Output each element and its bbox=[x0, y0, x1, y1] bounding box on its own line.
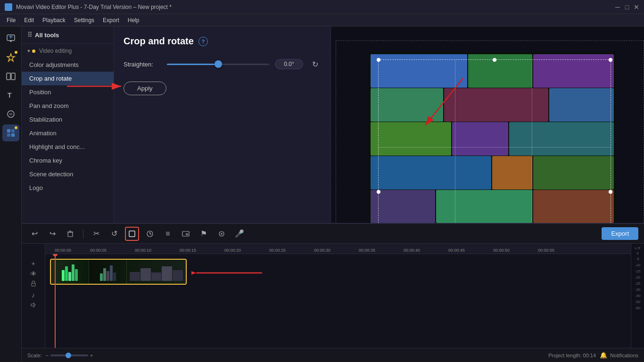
level-10: -10 bbox=[635, 263, 641, 267]
svg-rect-27 bbox=[32, 283, 35, 286]
thumb-bars-2 bbox=[100, 263, 116, 280]
stabilization-item[interactable]: Stabilization bbox=[22, 113, 114, 126]
svg-rect-16 bbox=[68, 232, 73, 237]
align-button[interactable]: ≡ bbox=[161, 227, 175, 241]
maximize-button[interactable]: □ bbox=[624, 4, 630, 10]
menu-edit[interactable]: Edit bbox=[20, 16, 38, 25]
svg-rect-8 bbox=[7, 129, 10, 132]
clip-thumb-2 bbox=[89, 260, 126, 284]
highlight-item[interactable]: Highlight and conc... bbox=[22, 140, 114, 154]
notifications-bell-icon: 🔔 bbox=[600, 352, 607, 359]
undo-button[interactable]: ↩ bbox=[27, 227, 41, 241]
video-editing-header: Video editing bbox=[22, 44, 114, 58]
tools-header-label: All tools bbox=[35, 32, 59, 39]
close-button[interactable]: ✕ bbox=[634, 4, 639, 10]
scale-slider[interactable] bbox=[50, 354, 88, 356]
crop-grid-h1 bbox=[379, 147, 611, 148]
minimize-button[interactable]: ─ bbox=[615, 4, 620, 10]
straighten-row: Straighten: 0.0° ↻ bbox=[124, 58, 321, 70]
track-controls: + 👁 ♪ bbox=[22, 244, 45, 348]
zoom-plus-icon[interactable]: + bbox=[90, 353, 93, 358]
svg-rect-4 bbox=[7, 73, 10, 80]
title-bar: Movavi Video Editor Plus - 7-Day Trial V… bbox=[0, 0, 644, 14]
scale-slider-thumb[interactable] bbox=[66, 353, 71, 358]
video-track bbox=[50, 259, 187, 285]
scene-detection-item[interactable]: Scene detection bbox=[22, 167, 114, 181]
add-track-button[interactable]: + bbox=[31, 260, 35, 267]
handle-tr[interactable] bbox=[609, 58, 612, 62]
ruler-45: 00:00:45 bbox=[448, 248, 465, 254]
rotate-reset-button[interactable]: ↻ bbox=[309, 58, 321, 70]
menu-export[interactable]: Export bbox=[99, 16, 123, 25]
zoom-minus-icon[interactable]: − bbox=[46, 353, 49, 358]
tools-header: All tools bbox=[22, 26, 114, 44]
record-button[interactable] bbox=[215, 227, 229, 241]
notifications-label: Notifications bbox=[610, 353, 638, 358]
volume-meter: L R 0 -5 -10 -15 -20 -25 -30 -40 -50 -60 bbox=[631, 244, 644, 348]
timeline-toolbar: ↩ ↪ ✂ ↺ ≡ ⚑ 🎤 Export bbox=[22, 224, 644, 244]
reset-button[interactable]: ↺ bbox=[107, 227, 121, 241]
track-lock-button[interactable] bbox=[30, 280, 37, 288]
ruler-55: 00:00:55 bbox=[538, 248, 554, 254]
crop-tool-button[interactable] bbox=[125, 227, 139, 241]
svg-rect-11 bbox=[11, 133, 15, 137]
icon-sidebar: T bbox=[0, 26, 22, 362]
ruler-marks: 00:00:00 00:00:05 00:00:10 00:00:15 00:0… bbox=[45, 244, 631, 254]
help-icon[interactable]: ? bbox=[198, 37, 208, 46]
track-eye-button[interactable]: 👁 bbox=[30, 270, 37, 278]
ruler-5: 00:00:05 bbox=[90, 248, 107, 254]
transitions-button[interactable] bbox=[2, 68, 19, 85]
clip-red-arrow bbox=[191, 268, 267, 278]
straighten-label: Straighten: bbox=[124, 61, 161, 68]
apply-button[interactable]: Apply bbox=[124, 82, 166, 95]
color-adjustments-item[interactable]: Color adjustments bbox=[22, 58, 114, 72]
handle-tm[interactable] bbox=[493, 58, 496, 62]
handle-mr[interactable] bbox=[609, 190, 612, 194]
clip-thumb-3 bbox=[126, 260, 186, 284]
speed-button[interactable] bbox=[143, 227, 157, 241]
svg-rect-19 bbox=[129, 231, 135, 237]
menu-file[interactable]: File bbox=[3, 16, 19, 25]
window-controls: ─ □ ✕ bbox=[615, 4, 639, 10]
level-5: -5 bbox=[636, 257, 639, 261]
handle-tl[interactable] bbox=[377, 58, 380, 62]
effects-button[interactable] bbox=[2, 124, 19, 141]
video-clip[interactable] bbox=[50, 259, 187, 285]
titles-button[interactable]: T bbox=[2, 87, 19, 104]
ruler-30: 00:00:30 bbox=[314, 248, 330, 254]
pip-button[interactable] bbox=[179, 227, 193, 241]
delete-button[interactable] bbox=[63, 227, 77, 241]
export-button[interactable]: Export bbox=[602, 227, 638, 240]
menu-playback[interactable]: Playback bbox=[39, 16, 69, 25]
clip-thumb-1 bbox=[51, 260, 89, 284]
menu-help[interactable]: Help bbox=[124, 16, 143, 25]
filters-button[interactable] bbox=[2, 106, 19, 123]
level-lr: L R bbox=[635, 246, 640, 250]
menu-bar: File Edit Playback Settings Export Help bbox=[0, 14, 644, 26]
mic-button[interactable]: 🎤 bbox=[232, 227, 247, 241]
pan-zoom-item[interactable]: Pan and zoom bbox=[22, 99, 114, 113]
animation-item[interactable]: Animation bbox=[22, 126, 114, 140]
add-media-button[interactable] bbox=[2, 30, 19, 47]
track-volume-button[interactable] bbox=[30, 302, 37, 310]
chroma-key-item[interactable]: Chroma key bbox=[22, 154, 114, 167]
level-0: 0 bbox=[636, 251, 638, 255]
svg-point-1 bbox=[10, 40, 12, 42]
notifications-area: 🔔 Notifications bbox=[600, 352, 638, 359]
window-title: Movavi Video Editor Plus - 7-Day Trial V… bbox=[16, 4, 172, 10]
flag-button[interactable]: ⚑ bbox=[197, 227, 211, 241]
cut-button[interactable]: ✂ bbox=[89, 227, 103, 241]
timeline-main: 00:00:00 00:00:05 00:00:10 00:00:15 00:0… bbox=[45, 244, 631, 348]
handle-ml[interactable] bbox=[377, 190, 380, 194]
app-icon bbox=[5, 3, 12, 11]
slider-thumb[interactable] bbox=[215, 60, 222, 68]
menu-settings[interactable]: Settings bbox=[70, 16, 98, 25]
ruler-50: 00:00:50 bbox=[493, 248, 510, 254]
favorites-button[interactable] bbox=[2, 49, 19, 66]
redo-button[interactable]: ↪ bbox=[45, 227, 59, 241]
ruler-35: 00:00:35 bbox=[359, 248, 375, 254]
level-15: -15 bbox=[635, 269, 641, 273]
logo-item[interactable]: Logo bbox=[22, 181, 114, 195]
track-audio-button[interactable]: ♪ bbox=[32, 291, 35, 299]
straighten-slider[interactable] bbox=[167, 59, 269, 69]
